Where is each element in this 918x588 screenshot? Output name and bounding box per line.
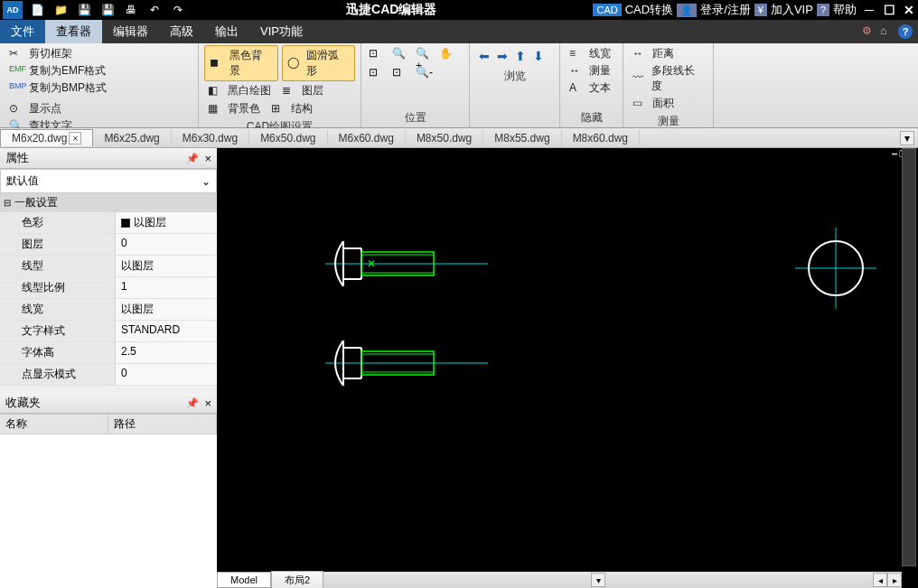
scroll-right[interactable]: ▸ [887,573,902,587]
save-icon[interactable]: 💾 [75,1,93,19]
lw-icon: ≡ [569,47,585,61]
nav-right[interactable]: ➡ [497,49,508,63]
bolt-drawing-1: ✕ [325,241,488,286]
panel-close-icon[interactable]: × [204,397,211,410]
titlebar: AD 📄 📁 💾 💾 🖶 ↶ ↷ 迅捷CAD编辑器 CAD CAD转换 👤 登录… [0,0,918,20]
props-default-selector[interactable]: 默认值⌄ [0,169,217,193]
props-section[interactable]: 一般设置 [0,193,217,212]
vertical-scrollbar[interactable] [902,148,916,566]
bgcolor-button[interactable]: ▦背景色 [204,100,264,117]
layout-tab-2[interactable]: 布局2 [271,571,323,589]
text-hide-button[interactable]: A文本 [566,79,617,97]
nav-up[interactable]: ⬆ [515,49,526,63]
zoom-icon[interactable]: 🔍 [392,47,408,61]
new-icon[interactable]: 📄 [28,1,46,19]
clip-frame-button[interactable]: ✂剪切框架 [5,45,192,62]
zoom-in-icon[interactable]: 🔍+ [416,47,432,61]
struct-icon: ⊞ [271,102,287,117]
file-tab[interactable]: M6x50.dwg [249,130,327,146]
tool-icon[interactable]: ⚙ [862,24,876,39]
file-tab[interactable]: M6x30.dwg [172,130,249,146]
info-icon[interactable]: ? [898,24,913,39]
smootharc-icon: ◯ [287,56,304,70]
tab-close-icon[interactable]: × [69,132,81,145]
prop-row[interactable]: 线型比例1 [0,277,217,299]
area-button[interactable]: ▭面积 [629,95,707,112]
scroll-dropdown[interactable]: ▾ [591,573,605,587]
pos-icon-1[interactable]: ⊡ [369,47,385,61]
menu-viewer[interactable]: 查看器 [45,20,102,43]
distance-button[interactable]: ↔距离 [629,45,707,62]
struct-button[interactable]: ⊞结构 [267,100,316,117]
fav-col-name[interactable]: 名称 [0,415,108,434]
fav-col-path[interactable]: 路径 [108,415,217,434]
showpoint-button[interactable]: ⊙显示点 [5,100,192,117]
nav-left[interactable]: ⬅ [479,49,490,63]
copy-bmp-button[interactable]: BMP复制为BMP格式 [5,79,192,97]
file-tab[interactable]: M8x55.dwg [483,130,561,146]
menu-editor[interactable]: 编辑器 [102,20,159,43]
close-button[interactable]: ✕ [900,1,918,19]
maximize-button[interactable]: ☐ [880,1,898,19]
panel-close-icon[interactable]: × [204,152,211,165]
file-tab[interactable]: M8x60.dwg [562,130,640,146]
fav-list [0,434,217,588]
nav-down[interactable]: ⬇ [533,49,544,63]
prop-row[interactable]: 线宽以图层 [0,299,217,321]
canvas-minimize-icon[interactable]: ━ [892,149,897,159]
tabs-dropdown[interactable]: ▾ [900,131,914,145]
minimize-button[interactable]: ─ [860,1,878,19]
measure-group-label: 测量 [629,112,707,129]
pin-icon[interactable]: 📌 [186,397,199,409]
measure-hide-icon: ↔ [569,64,585,79]
undo-icon[interactable]: ↶ [145,1,164,19]
prop-row[interactable]: 图层0 [0,234,217,256]
pin-icon[interactable]: 📌 [186,153,199,164]
copy-emf-button[interactable]: EMF复制为EMF格式 [5,62,192,79]
smootharc-toggle[interactable]: ◯圆滑弧形 [282,45,356,81]
prop-row[interactable]: 色彩以图层 [0,212,217,234]
layer-button[interactable]: ≣图层 [278,82,327,99]
linewidth-button[interactable]: ≡线宽 [566,45,617,62]
hide-group-label: 隐藏 [566,108,617,126]
prop-row[interactable]: 点显示模式0 [0,364,217,386]
vip-button[interactable]: 加入VIP [771,2,813,18]
measure-hide-button[interactable]: ↔测量 [566,62,617,79]
open-icon[interactable]: 📁 [52,1,70,19]
fit-icon[interactable]: ⊡ [392,66,408,80]
redo-icon[interactable]: ↷ [169,1,187,19]
fav-panel-header: 收藏夹 📌 × [0,393,217,414]
file-tab[interactable]: M8x50.dwg [406,130,483,146]
zoom-out-icon[interactable]: 🔍- [416,66,432,80]
polylen-button[interactable]: 〰多段线长度 [629,62,707,95]
bolt-drawing-2 [325,341,488,386]
menu-advanced[interactable]: 高级 [159,20,204,43]
bmp-icon: BMP [9,81,25,96]
print-icon[interactable]: 🖶 [122,1,140,19]
menu-vip[interactable]: VIP功能 [249,20,314,43]
drawing-canvas[interactable]: ✕ [217,160,918,588]
menu-output[interactable]: 输出 [204,20,249,43]
text-hide-icon: A [569,81,585,96]
help-button[interactable]: 帮助 [833,2,857,18]
blackbg-toggle[interactable]: ◼黑色背景 [204,45,278,81]
cad-convert-button[interactable]: CAD转换 [625,2,673,18]
prop-row[interactable]: 文字样式STANDARD [0,321,217,342]
prop-row[interactable]: 线型以图层 [0,256,217,277]
layout-tab-model[interactable]: Model [217,572,271,588]
file-tab[interactable]: M6x60.dwg [328,130,406,146]
emf-icon: EMF [9,64,25,79]
scroll-left[interactable]: ◂ [873,573,887,587]
chevron-down-icon: ⌄ [201,175,211,188]
file-tab[interactable]: M6x25.dwg [93,130,171,146]
login-button[interactable]: 登录/注册 [700,2,751,18]
hand-icon[interactable]: ✋ [439,47,455,61]
pos-icon-2[interactable]: ⊡ [369,66,385,80]
saveall-icon[interactable]: 💾 [98,1,117,19]
prop-row[interactable]: 字体高2.5 [0,342,217,364]
home-icon[interactable]: ⌂ [880,24,895,39]
file-tab-active[interactable]: M6x20.dwg× [0,129,93,147]
menu-file[interactable]: 文件 [0,20,45,43]
bwdraw-button[interactable]: ◧黑白绘图 [204,82,275,99]
user-icon: 👤 [677,4,697,17]
